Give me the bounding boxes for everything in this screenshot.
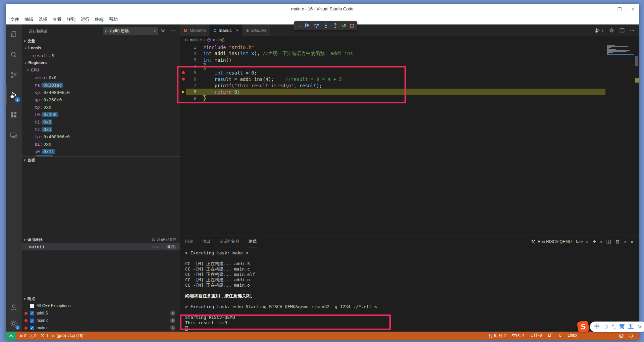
account-icon[interactable] xyxy=(6,299,22,315)
minimize-icon[interactable]: – xyxy=(603,7,609,12)
menu-item-选择[interactable]: 选择 xyxy=(36,15,50,23)
source-control-icon[interactable] xyxy=(6,65,22,85)
sogou-logo[interactable]: S xyxy=(577,321,589,333)
status-item[interactable]: 行 9, 列 2 xyxy=(489,333,506,339)
registers-group[interactable]: ∨ Registers xyxy=(22,59,180,66)
variable-row[interactable]: a0: 0x11 xyxy=(22,148,180,155)
problems-status[interactable]: ⊗0 △0 xyxy=(17,334,39,338)
stack-frame-row[interactable]: main() main.c 8:1 xyxy=(22,243,180,250)
ime-item[interactable]: 中 xyxy=(594,323,600,330)
code-line[interactable]: 5 int result = 0; xyxy=(180,69,639,76)
breakpoint-gutter[interactable] xyxy=(180,78,186,81)
code-line[interactable]: 8 return 0; xyxy=(180,89,639,95)
running-tasks-status[interactable]: 1 xyxy=(39,334,51,338)
cpu-group[interactable]: ∨ CPU xyxy=(22,66,180,74)
editor-more-icon[interactable]: ⋯ xyxy=(630,28,634,33)
tab-makefile[interactable]: M Makefile xyxy=(180,25,210,36)
editor-scrollbar[interactable] xyxy=(635,56,638,66)
remote-explorer-icon[interactable] xyxy=(6,125,22,145)
restore-icon[interactable]: ❐ xyxy=(617,7,622,12)
code-line[interactable]: 2int addi_ins(int x); //声明一下汇编语言中的函数: ad… xyxy=(180,50,639,57)
variable-row[interactable]: s1: 0x0 xyxy=(22,140,180,148)
status-item[interactable]: C xyxy=(559,333,562,339)
variable-row[interactable]: t2: 0x1 xyxy=(22,126,180,133)
launch-config-dropdown[interactable]: ▷ (gdb) 启动 ∨ xyxy=(103,27,158,35)
checkbox-checked[interactable]: ✓ xyxy=(30,319,34,323)
editor-gear-icon[interactable] xyxy=(609,28,614,33)
terminal-dropdown-icon[interactable]: ∨ xyxy=(600,240,602,244)
tab-output[interactable]: 输出 xyxy=(202,236,210,247)
breakpoints-header[interactable]: ∨ 断点 xyxy=(22,295,180,302)
menu-item-查看[interactable]: 查看 xyxy=(50,15,64,23)
tab-main-c[interactable]: C main.c × xyxy=(210,25,243,36)
restart-icon[interactable]: ↺ xyxy=(342,23,346,29)
drag-grip-icon[interactable]: ∷∷ xyxy=(298,23,302,28)
menu-item-帮助[interactable]: 帮助 xyxy=(106,15,120,23)
status-item[interactable]: Linux xyxy=(568,333,577,339)
status-item[interactable]: LF xyxy=(548,333,553,339)
tab-addi-bin[interactable]: ≡ addi.bin xyxy=(243,25,270,36)
menu-item-运行[interactable]: 运行 xyxy=(78,15,92,23)
code-editor[interactable]: 1#include "stdio.h"2int addi_ins(int x);… xyxy=(180,44,639,236)
menu-item-编辑[interactable]: 编辑 xyxy=(22,15,36,23)
new-terminal-icon[interactable]: + xyxy=(593,239,596,245)
breakpoint-row[interactable]: ✓main.c5 xyxy=(22,317,180,324)
menu-item-终端[interactable]: 终端 xyxy=(92,15,106,23)
settings-gear-icon[interactable]: 1 xyxy=(6,315,22,332)
status-item[interactable]: 空格: 4 xyxy=(512,333,524,339)
feedback-smiley-icon[interactable] xyxy=(619,333,624,338)
variable-row[interactable]: t1: 0x3 xyxy=(22,118,180,126)
checkbox-unchecked[interactable] xyxy=(30,304,34,308)
terminal-task-item[interactable]: Run RISCV-QEMU - Task ✓ xyxy=(531,239,589,244)
run-debug-icon[interactable]: 1 xyxy=(6,85,22,105)
ime-item[interactable]: 简 xyxy=(619,323,625,330)
variable-row[interactable]: zero: 0x0 xyxy=(22,74,180,81)
search-icon[interactable] xyxy=(6,45,22,65)
debug-settings-gear-icon[interactable] xyxy=(160,28,165,33)
status-item[interactable]: UTF-8 xyxy=(531,333,542,339)
locals-group[interactable]: ∨ Locals xyxy=(22,44,180,52)
breadcrumb[interactable]: C main.c › main() xyxy=(180,36,639,44)
split-terminal-icon[interactable] xyxy=(606,239,611,244)
more-actions-icon[interactable]: ⋯ xyxy=(170,27,175,33)
tab-terminal[interactable]: 终端 xyxy=(249,236,257,247)
explorer-icon[interactable] xyxy=(6,25,22,45)
ime-item[interactable]: ☽ xyxy=(603,324,608,330)
code-line[interactable]: 4{ xyxy=(180,63,639,69)
minimap[interactable] xyxy=(607,45,634,55)
close-icon[interactable]: × xyxy=(630,7,636,12)
breakpoint-gutter[interactable] xyxy=(180,71,186,74)
variable-row[interactable]: t0: 0x3e8 xyxy=(22,111,180,118)
titlebar[interactable]: main.c - 16 - Visual Studio Code – ❐ × xyxy=(6,4,639,15)
variable-row[interactable]: ra: 0x101ac xyxy=(22,81,180,89)
variables-header[interactable]: ∨ 变量 xyxy=(22,38,180,44)
breakpoint-row[interactable]: ✓addi.S4 xyxy=(22,309,180,317)
menu-item-文件[interactable]: 文件 xyxy=(8,15,22,23)
code-line[interactable]: 3int main() xyxy=(180,57,639,63)
tab-problems[interactable]: 问题 xyxy=(185,236,193,247)
continue-icon[interactable] xyxy=(305,23,310,28)
maximize-panel-icon[interactable]: ∧ xyxy=(624,240,627,244)
exception-breakpoint-row[interactable]: All C++ Exceptions xyxy=(22,302,180,309)
ime-toolbar[interactable]: S 中☽°,简五 xyxy=(578,321,644,332)
breakpoint-gutter[interactable] xyxy=(180,90,186,94)
start-debug-icon[interactable]: ▷ xyxy=(105,29,108,33)
remote-indicator[interactable]: >< xyxy=(6,332,16,340)
variable-row[interactable]: gp: 0x268c0 xyxy=(22,96,180,103)
ime-item[interactable]: °, xyxy=(612,324,615,330)
stop-icon[interactable] xyxy=(350,24,354,28)
step-out-icon[interactable] xyxy=(332,23,338,29)
ime-item[interactable]: 五 xyxy=(628,323,634,330)
breakpoint-row[interactable]: ✓main.c6 xyxy=(22,324,180,332)
variable-row[interactable]: fp: 0x408006e0 xyxy=(22,133,180,140)
code-line[interactable]: 9} xyxy=(180,95,639,101)
split-editor-icon[interactable] xyxy=(620,28,625,33)
terminal-output[interactable]: > Executing task: make < CC -[M] 正在构建...… xyxy=(180,247,639,332)
checkbox-checked[interactable]: ✓ xyxy=(30,326,34,330)
close-tab-icon[interactable]: × xyxy=(236,28,238,33)
close-panel-icon[interactable]: × xyxy=(631,239,634,245)
menu-item-转到[interactable]: 转到 xyxy=(64,15,78,23)
variable-row[interactable]: sp: 0x408006c0 xyxy=(22,89,180,96)
notifications-bell-icon[interactable] xyxy=(629,333,634,338)
run-or-debug-icon[interactable]: ∨ xyxy=(595,28,604,33)
